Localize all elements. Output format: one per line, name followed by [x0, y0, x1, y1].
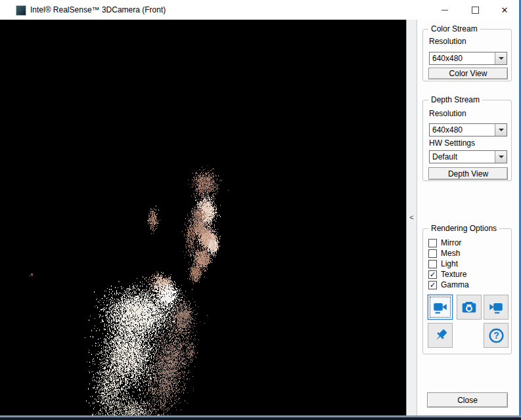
snapshot-camera-button[interactable]	[457, 295, 482, 320]
checkbox-checked-icon[interactable]: ✓	[428, 270, 437, 279]
rendering-options-group: Rendering Options MirrorMeshLight✓Textur…	[422, 228, 512, 354]
dropdown-arrow-icon[interactable]	[495, 124, 507, 136]
checkbox-unchecked-icon[interactable]	[428, 239, 437, 247]
depth-resolution-select[interactable]: 640x480	[429, 123, 507, 136]
window-close-button[interactable]: ✕	[490, 0, 519, 20]
checkbox-light[interactable]: Light	[428, 259, 509, 269]
video-camera-mirrored-icon	[487, 299, 505, 316]
pointcloud-viewport[interactable]	[0, 20, 406, 416]
pushpin-icon	[432, 327, 449, 345]
dropdown-arrow-icon[interactable]	[495, 52, 507, 64]
question-mark-glyph: ?	[493, 330, 499, 341]
hw-settings-select[interactable]: Default	[429, 150, 507, 163]
help-button[interactable]: ?	[484, 323, 509, 348]
rendering-checkbox-list: MirrorMeshLight✓Texture✓Gamma	[428, 238, 509, 290]
video-camera-mirrored-button[interactable]	[484, 295, 509, 320]
checkbox-label: Mesh	[441, 249, 460, 258]
checkbox-mesh[interactable]: Mesh	[428, 248, 509, 259]
checkbox-checked-icon[interactable]: ✓	[428, 281, 437, 289]
depth-resolution-value: 640x480	[432, 124, 463, 136]
depth-view-button[interactable]: Depth View	[428, 167, 508, 180]
chevron-down-icon	[499, 57, 504, 60]
color-view-button[interactable]: Color View	[428, 68, 508, 79]
pin-button[interactable]	[428, 323, 453, 348]
dialog-close-button[interactable]: Close	[427, 392, 508, 408]
panel-splitter: <	[406, 20, 417, 416]
close-icon: ✕	[501, 5, 509, 15]
settings-panel: Color Stream Resolution 640x480 Color Vi…	[418, 20, 519, 416]
color-resolution-value: 640x480	[432, 52, 463, 64]
checkbox-unchecked-icon[interactable]	[428, 249, 437, 258]
titlebar: Intel® RealSense™ 3DCamera (Front) ✕	[0, 0, 521, 20]
minimize-icon	[442, 10, 448, 10]
rendering-options-group-title: Rendering Options	[428, 224, 499, 233]
checkbox-label: Light	[441, 259, 458, 268]
color-stream-group: Color Stream Resolution 640x480 Color Vi…	[422, 29, 512, 81]
dropdown-arrow-icon[interactable]	[495, 151, 507, 163]
hw-settings-label: HW Setttings	[429, 138, 475, 148]
maximize-button[interactable]	[460, 0, 490, 20]
depth-stream-group: Depth Stream Resolution 640x480 HW Settt…	[422, 100, 512, 181]
checkbox-mirror[interactable]: Mirror	[428, 238, 509, 248]
video-camera-button[interactable]	[428, 295, 453, 320]
color-resolution-select[interactable]: 640x480	[429, 52, 507, 65]
checkbox-label: Gamma	[441, 280, 469, 289]
depth-resolution-label: Resolution	[429, 109, 466, 118]
hw-settings-value: Default	[432, 151, 457, 163]
chevron-down-icon	[499, 129, 504, 131]
panel-collapse-button[interactable]: <	[407, 210, 417, 224]
window-border-bottom-shadow	[0, 417, 521, 420]
chevron-down-icon	[499, 156, 504, 158]
maximize-icon	[472, 7, 479, 14]
color-stream-group-title: Color Stream	[428, 24, 480, 33]
photo-camera-icon	[461, 299, 478, 316]
color-resolution-label: Resolution	[429, 37, 466, 46]
checkbox-gamma[interactable]: ✓Gamma	[428, 280, 509, 290]
help-icon: ?	[487, 327, 505, 345]
checkbox-unchecked-icon[interactable]	[428, 260, 437, 268]
minimize-button[interactable]	[430, 0, 460, 20]
checkbox-label: Mirror	[441, 238, 461, 247]
video-camera-icon	[432, 299, 449, 316]
depth-stream-group-title: Depth Stream	[428, 95, 482, 104]
checkbox-texture[interactable]: ✓Texture	[428, 269, 509, 280]
app-icon	[16, 5, 26, 16]
window-title: Intel® RealSense™ 3DCamera (Front)	[30, 0, 166, 20]
checkbox-label: Texture	[441, 270, 466, 279]
